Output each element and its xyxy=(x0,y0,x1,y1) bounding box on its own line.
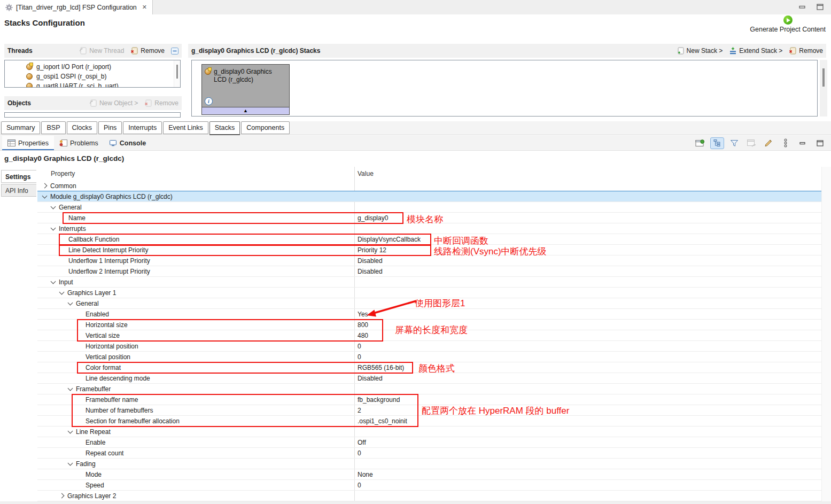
property-row[interactable]: Underflow 2 Interrupt PriorityDisabled xyxy=(37,266,821,277)
property-value[interactable]: DisplayVsyncCallback xyxy=(358,236,421,243)
property-value[interactable]: Disabled xyxy=(358,375,383,382)
collapse-arrow-icon[interactable] xyxy=(42,193,48,199)
tab-settings[interactable]: Settings xyxy=(1,170,36,183)
collapse-arrow-icon[interactable] xyxy=(51,226,56,231)
new-object-button[interactable]: New Object > xyxy=(89,99,138,107)
maximize-view-icon[interactable] xyxy=(813,137,827,149)
minimize-icon[interactable] xyxy=(799,4,806,10)
property-row[interactable]: EnabledYes xyxy=(37,309,821,320)
thread-list-item[interactable]: g_ioport I/O Port (r_ioport) xyxy=(5,62,180,72)
stack-module-card[interactable]: g_display0 Graphics LCD (r_glcdc) i ▲ xyxy=(201,64,290,115)
tab-console[interactable]: Console xyxy=(104,136,151,150)
property-row[interactable]: Line Repeat xyxy=(37,427,821,437)
collapse-arrow-icon[interactable] xyxy=(68,386,73,391)
property-row[interactable]: General xyxy=(37,298,821,309)
property-row[interactable]: EnableOff xyxy=(37,437,821,448)
property-value[interactable]: 2 xyxy=(358,407,361,414)
property-row[interactable]: Fading xyxy=(37,459,821,469)
property-row[interactable]: Framebuffer namefb_background xyxy=(37,394,821,405)
info-icon[interactable]: i xyxy=(205,97,213,105)
property-value[interactable]: 0 xyxy=(358,343,361,350)
property-row[interactable]: Color formatRGB565 (16-bit) xyxy=(37,362,821,373)
collapse-panel-icon[interactable] xyxy=(171,48,178,55)
property-value[interactable]: g_display0 xyxy=(358,214,388,222)
tab-api-info[interactable]: API Info xyxy=(1,184,36,197)
collapse-arrow-icon[interactable] xyxy=(59,290,65,295)
new-thread-button[interactable]: New Thread xyxy=(79,47,124,55)
linked-table-icon[interactable] xyxy=(744,137,758,149)
property-value[interactable]: None xyxy=(358,471,373,478)
collapse-arrow-icon[interactable] xyxy=(68,429,73,434)
property-row[interactable]: Nameg_display0 xyxy=(37,213,821,223)
property-value[interactable]: Disabled xyxy=(358,257,383,265)
properties-scrollbar[interactable] xyxy=(821,167,831,501)
view-menu-icon[interactable] xyxy=(779,137,793,149)
property-value[interactable]: 0 xyxy=(358,449,361,457)
property-row[interactable]: General xyxy=(37,202,821,213)
close-icon[interactable]: ✕ xyxy=(142,4,147,11)
tree-view-icon[interactable] xyxy=(710,137,724,149)
property-value[interactable]: Off xyxy=(358,439,366,446)
property-value[interactable]: Disabled xyxy=(358,268,383,275)
property-row[interactable]: Horizontal size800 xyxy=(37,320,821,330)
collapse-arrow-icon[interactable] xyxy=(68,461,73,466)
generate-project-content-button[interactable]: Generate Project Content xyxy=(750,15,826,33)
filter-icon[interactable] xyxy=(727,137,741,149)
expand-arrow-icon[interactable] xyxy=(42,183,48,189)
property-row[interactable]: Vertical position0 xyxy=(37,352,821,362)
property-value[interactable]: 0 xyxy=(358,353,361,361)
thread-list-item[interactable]: g_uart8 UART (r_sci_b_uart) xyxy=(5,81,180,88)
property-value[interactable]: .ospi1_cs0_noinit xyxy=(358,417,407,425)
property-value[interactable]: 800 xyxy=(358,321,368,329)
property-row[interactable]: Graphics Layer 1 xyxy=(37,288,821,298)
property-row[interactable]: Callback FunctionDisplayVsyncCallback xyxy=(37,234,821,245)
property-row[interactable]: Interrupts xyxy=(37,223,821,234)
minimize-view-icon[interactable] xyxy=(796,137,810,149)
remove-thread-button[interactable]: Remove xyxy=(130,47,165,55)
pen-icon[interactable] xyxy=(762,137,775,149)
maximize-icon[interactable] xyxy=(817,4,824,10)
collapse-arrow-icon[interactable] xyxy=(68,300,73,306)
editor-tab-fsp-configuration[interactable]: [Titan_driver_rgb_lcd] FSP Configuration… xyxy=(0,0,153,14)
property-row[interactable]: Common xyxy=(37,181,821,191)
extend-stack-button[interactable]: Extend Stack > xyxy=(729,47,782,55)
property-value[interactable]: Yes xyxy=(358,311,368,318)
property-row[interactable]: Underflow 1 Interrupt PriorityDisabled xyxy=(37,255,821,266)
property-row[interactable]: Speed0 xyxy=(37,480,821,491)
property-row[interactable]: Line descending modeDisabled xyxy=(37,373,821,384)
property-row[interactable]: Number of framebuffers2 xyxy=(37,405,821,416)
property-row[interactable]: Repeat count0 xyxy=(37,448,821,459)
card-anchor-strip[interactable]: ▲ xyxy=(202,107,289,114)
collapse-arrow-icon[interactable] xyxy=(51,279,56,284)
stacks-scrollbar[interactable] xyxy=(820,60,827,117)
property-value[interactable]: Priority 12 xyxy=(358,246,386,254)
tab-pins[interactable]: Pins xyxy=(98,121,122,134)
property-row[interactable]: Line Detect Interrupt PriorityPriority 1… xyxy=(37,245,821,255)
property-value[interactable]: 0 xyxy=(358,482,361,489)
property-row[interactable]: Input xyxy=(37,277,821,288)
tab-properties[interactable]: Properties xyxy=(2,136,54,150)
property-value[interactable]: RGB565 (16-bit) xyxy=(358,364,404,371)
property-row[interactable]: Graphics Layer 2 xyxy=(37,491,821,501)
threads-scrollbar[interactable] xyxy=(174,60,180,87)
tab-bsp[interactable]: BSP xyxy=(41,121,65,134)
new-stack-button[interactable]: New Stack > xyxy=(677,47,723,55)
tab-problems[interactable]: Problems xyxy=(54,136,104,150)
property-value[interactable]: fb_background xyxy=(358,396,400,404)
remove-stack-button[interactable]: Remove xyxy=(789,47,823,55)
thread-list-item[interactable]: g_ospi1 OSPI (r_ospi_b) xyxy=(5,72,180,81)
tab-summary[interactable]: Summary xyxy=(1,121,40,134)
property-row[interactable]: Section for framebuffer allocation.ospi1… xyxy=(37,416,821,427)
tab-clocks[interactable]: Clocks xyxy=(67,121,98,134)
expand-arrow-icon[interactable] xyxy=(59,493,65,499)
tab-components[interactable]: Components xyxy=(241,121,290,134)
tab-stacks[interactable]: Stacks xyxy=(209,121,240,135)
property-row[interactable]: Framebuffer xyxy=(37,384,821,394)
tab-interrupts[interactable]: Interrupts xyxy=(123,121,162,134)
collapse-arrow-icon[interactable] xyxy=(51,204,56,210)
pin-view-icon[interactable] xyxy=(693,137,707,149)
property-row[interactable]: ModeNone xyxy=(37,469,821,480)
tab-event-links[interactable]: Event Links xyxy=(163,121,208,134)
property-row[interactable]: Module g_display0 Graphics LCD (r_glcdc) xyxy=(37,191,821,202)
property-row[interactable]: Vertical size480 xyxy=(37,330,821,341)
